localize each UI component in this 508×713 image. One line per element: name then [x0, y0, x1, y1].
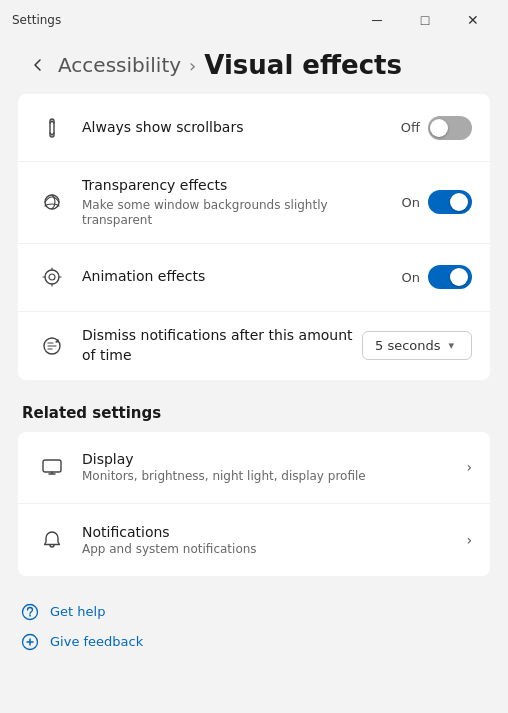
- give-feedback-label: Give feedback: [50, 634, 143, 649]
- get-help-label: Get help: [50, 604, 105, 619]
- breadcrumb-separator: ›: [189, 55, 196, 76]
- notifications-info: Notifications App and system notificatio…: [82, 524, 466, 556]
- back-icon: [30, 57, 46, 73]
- notifications-chevron-icon: ›: [466, 532, 472, 548]
- scrollbars-info: Always show scrollbars: [82, 118, 401, 138]
- title-bar-left: Settings: [12, 13, 61, 27]
- transparency-info: Transparency effects Make some window ba…: [82, 176, 402, 229]
- display-related-row[interactable]: Display Monitors, brightness, night ligh…: [18, 432, 490, 504]
- notifications-dismiss-control: 5 seconds ▾: [362, 331, 472, 360]
- give-feedback-link[interactable]: Give feedback: [20, 632, 488, 652]
- display-chevron-icon: ›: [466, 459, 472, 475]
- notifications-dismiss-setting-row: Dismiss notifications after this amount …: [18, 312, 490, 380]
- animation-toggle[interactable]: [428, 265, 472, 289]
- give-feedback-icon: [20, 632, 40, 652]
- transparency-toggle[interactable]: [428, 190, 472, 214]
- display-desc: Monitors, brightness, night light, displ…: [82, 469, 466, 483]
- notifications-time-value: 5 seconds: [375, 338, 441, 353]
- transparency-icon: [36, 186, 68, 218]
- animation-label: On: [402, 270, 420, 285]
- footer: Get help Give feedback: [0, 586, 508, 668]
- breadcrumb-parent[interactable]: Accessibility: [58, 53, 181, 77]
- display-info: Display Monitors, brightness, night ligh…: [82, 451, 466, 483]
- notifications-dismiss-icon: [36, 330, 68, 362]
- close-button[interactable]: ✕: [450, 4, 496, 36]
- svg-point-6: [23, 604, 38, 619]
- notifications-related-title: Notifications: [82, 524, 466, 540]
- maximize-button[interactable]: □: [402, 4, 448, 36]
- display-icon: [36, 451, 68, 483]
- breadcrumb-current: Visual effects: [204, 50, 402, 80]
- scrollbars-icon: [36, 112, 68, 144]
- svg-point-3: [49, 274, 55, 280]
- transparency-desc: Make some window backgrounds slightly tr…: [82, 198, 402, 229]
- scrollbars-label: Off: [401, 120, 420, 135]
- transparency-title: Transparency effects: [82, 176, 402, 196]
- scrollbars-setting-row: Always show scrollbars Off: [18, 94, 490, 162]
- settings-title: Settings: [12, 13, 61, 27]
- chevron-down-icon: ▾: [449, 339, 455, 352]
- title-bar-controls: ─ □ ✕: [354, 4, 496, 36]
- animation-info: Animation effects: [82, 267, 402, 287]
- settings-card: Always show scrollbars Off: [18, 94, 490, 380]
- notifications-dismiss-info: Dismiss notifications after this amount …: [82, 326, 362, 365]
- main-content: Always show scrollbars Off: [0, 94, 508, 576]
- animation-title: Animation effects: [82, 267, 402, 287]
- scrollbars-toggle[interactable]: [428, 116, 472, 140]
- animation-setting-row: Animation effects On: [18, 244, 490, 312]
- scrollbars-control: Off: [401, 116, 472, 140]
- svg-rect-5: [43, 460, 61, 472]
- related-settings-title: Related settings: [18, 390, 490, 432]
- notifications-dismiss-title: Dismiss notifications after this amount …: [82, 326, 362, 365]
- back-button[interactable]: [24, 51, 52, 79]
- minimize-button[interactable]: ─: [354, 4, 400, 36]
- get-help-icon: [20, 602, 40, 622]
- animation-icon: [36, 261, 68, 293]
- notifications-time-dropdown[interactable]: 5 seconds ▾: [362, 331, 472, 360]
- related-settings-card: Display Monitors, brightness, night ligh…: [18, 432, 490, 576]
- title-bar: Settings ─ □ ✕: [0, 0, 508, 40]
- transparency-control: On: [402, 190, 472, 214]
- scrollbars-title: Always show scrollbars: [82, 118, 401, 138]
- notifications-related-desc: App and system notifications: [82, 542, 466, 556]
- breadcrumb: Accessibility › Visual effects: [0, 40, 508, 94]
- notifications-icon: [36, 524, 68, 556]
- notifications-related-row[interactable]: Notifications App and system notificatio…: [18, 504, 490, 576]
- transparency-label: On: [402, 195, 420, 210]
- display-title: Display: [82, 451, 466, 467]
- svg-point-2: [45, 270, 59, 284]
- get-help-link[interactable]: Get help: [20, 602, 488, 622]
- animation-control: On: [402, 265, 472, 289]
- transparency-setting-row: Transparency effects Make some window ba…: [18, 162, 490, 244]
